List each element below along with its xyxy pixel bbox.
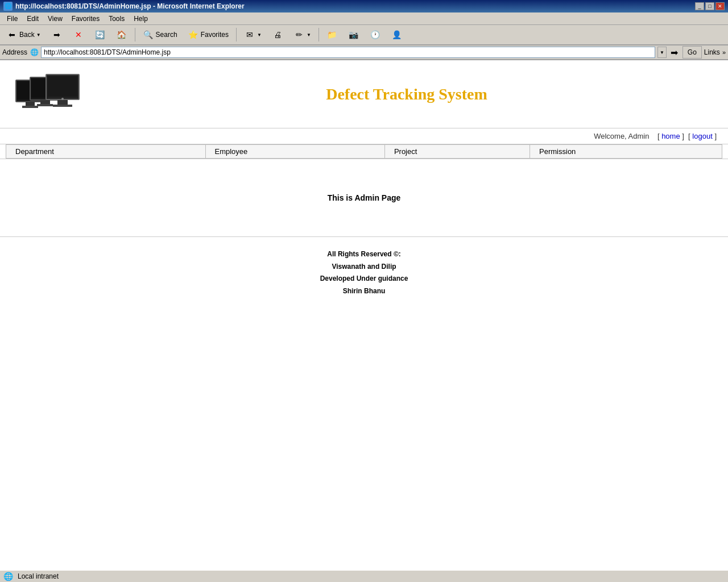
back-icon: ⬅ bbox=[6, 29, 18, 40]
history-icon: 🕐 bbox=[370, 29, 381, 40]
menu-view[interactable]: View bbox=[43, 14, 67, 24]
svg-rect-6 bbox=[40, 100, 50, 105]
welcome-bar: Welcome, Admin [ home ] [ logout ] bbox=[0, 128, 728, 144]
address-bar: Address 🌐 ▼ ➡ Go Links » bbox=[0, 45, 728, 60]
menu-edit[interactable]: Edit bbox=[22, 14, 43, 24]
monitor-group-svg bbox=[13, 69, 96, 120]
menu-bar: File Edit View Favorites Tools Help bbox=[0, 13, 728, 25]
maximize-button[interactable]: □ bbox=[705, 2, 714, 10]
content-area[interactable]: Defect Tracking System Welcome, Admin [ … bbox=[0, 60, 728, 568]
menu-tools[interactable]: Tools bbox=[104, 14, 129, 24]
svg-rect-7 bbox=[37, 104, 53, 106]
toolbar: ⬅ Back ▼ ➡ ✕ 🔄 🏠 🔍 Search ⭐ Favorites ✉ … bbox=[0, 25, 728, 45]
svg-rect-3 bbox=[22, 106, 38, 108]
menu-favorites[interactable]: Favorites bbox=[67, 14, 104, 24]
forward-icon: ➡ bbox=[51, 29, 63, 40]
folder-button[interactable]: 📁 bbox=[322, 27, 342, 43]
app-title: Defect Tracking System bbox=[326, 85, 487, 103]
logout-link[interactable]: logout bbox=[692, 132, 712, 140]
stop-icon: ✕ bbox=[73, 29, 84, 40]
window-title: http://localhost:8081/DTS/AdminHome.jsp … bbox=[15, 2, 245, 10]
back-dropdown-icon[interactable]: ▼ bbox=[36, 32, 41, 38]
nav-employee[interactable]: Employee bbox=[205, 145, 384, 159]
edit-dropdown-icon[interactable]: ▼ bbox=[307, 32, 311, 38]
footer-line2: Viswanath and Dilip bbox=[11, 261, 717, 273]
mail-button[interactable]: ✉ ▼ bbox=[240, 27, 266, 43]
page-wrapper: Defect Tracking System Welcome, Admin [ … bbox=[0, 60, 728, 568]
close-button[interactable]: ✕ bbox=[715, 2, 725, 10]
home-button[interactable]: 🏠 bbox=[112, 27, 131, 43]
address-input[interactable] bbox=[41, 47, 655, 58]
print-icon: 🖨 bbox=[272, 29, 283, 40]
footer-line3: Developed Under guidance bbox=[11, 273, 717, 285]
folder-icon: 📁 bbox=[326, 29, 338, 40]
mail-icon: ✉ bbox=[244, 29, 255, 40]
edit-button[interactable]: ✏ ▼ bbox=[289, 27, 315, 43]
svg-rect-9 bbox=[48, 76, 77, 97]
app-icon: 🌐 bbox=[3, 2, 13, 11]
home-icon: 🏠 bbox=[116, 29, 127, 40]
address-dropdown[interactable]: ▼ bbox=[657, 47, 667, 58]
nav-department[interactable]: Department bbox=[6, 145, 206, 159]
print-button[interactable]: 🖨 bbox=[268, 27, 287, 43]
stop-button[interactable]: ✕ bbox=[69, 27, 88, 43]
nav-table-wrapper: Department Employee Project Permission bbox=[0, 144, 728, 159]
search-icon: 🔍 bbox=[143, 29, 154, 40]
toolbar-separator-1 bbox=[135, 28, 135, 41]
go-button[interactable]: Go bbox=[682, 46, 702, 59]
media-icon: 📷 bbox=[348, 29, 359, 40]
toolbar-separator-3 bbox=[318, 28, 319, 41]
media-button[interactable]: 📷 bbox=[344, 27, 363, 43]
forward-button[interactable]: ➡ bbox=[47, 27, 67, 43]
footer-line4: Shirin Bhanu bbox=[11, 285, 717, 298]
svg-rect-11 bbox=[57, 100, 68, 105]
search-button[interactable]: 🔍 Search bbox=[139, 27, 181, 43]
svg-point-10 bbox=[61, 98, 64, 100]
refresh-button[interactable]: 🔄 bbox=[90, 27, 110, 43]
minimize-button[interactable]: _ bbox=[695, 2, 704, 10]
edit-icon: ✏ bbox=[293, 29, 305, 40]
svg-rect-2 bbox=[26, 102, 35, 106]
favorites-button[interactable]: ⭐ Favorites bbox=[184, 27, 233, 43]
refresh-icon: 🔄 bbox=[94, 29, 106, 40]
toolbar-separator-2 bbox=[236, 28, 237, 41]
footer-line1: All Rights Reserved ©: bbox=[11, 248, 717, 261]
main-content: This is Admin Page bbox=[0, 159, 728, 236]
links-expand-icon[interactable]: » bbox=[722, 49, 726, 56]
address-label: Address bbox=[2, 48, 27, 56]
admin-page-text: This is Admin Page bbox=[11, 193, 717, 202]
history-button[interactable]: 🕐 bbox=[366, 27, 385, 43]
nav-permission[interactable]: Permission bbox=[530, 145, 722, 159]
svg-rect-12 bbox=[53, 105, 72, 107]
welcome-text: Welcome, Admin bbox=[594, 132, 649, 140]
messenger-icon: 👤 bbox=[391, 29, 403, 40]
mail-dropdown-icon[interactable]: ▼ bbox=[257, 32, 262, 38]
menu-file[interactable]: File bbox=[2, 14, 22, 24]
nav-project[interactable]: Project bbox=[384, 145, 530, 159]
title-bar: 🌐 http://localhost:8081/DTS/AdminHome.js… bbox=[0, 0, 728, 13]
header-title-area: Defect Tracking System bbox=[97, 85, 717, 103]
nav-table: Department Employee Project Permission bbox=[6, 144, 722, 159]
favorites-icon: ⭐ bbox=[188, 29, 199, 40]
page-header: Defect Tracking System bbox=[0, 60, 728, 128]
page-icon: 🌐 bbox=[30, 48, 39, 57]
page-footer: All Rights Reserved ©: Viswanath and Dil… bbox=[0, 236, 728, 309]
back-button[interactable]: ⬅ Back ▼ bbox=[2, 27, 45, 43]
browser-body: Defect Tracking System Welcome, Admin [ … bbox=[0, 60, 728, 568]
header-logo bbox=[11, 69, 97, 120]
links-button[interactable]: Links bbox=[704, 48, 720, 56]
go-icon: ➡ bbox=[669, 47, 680, 58]
messenger-button[interactable]: 👤 bbox=[387, 27, 407, 43]
menu-help[interactable]: Help bbox=[129, 14, 152, 24]
home-link[interactable]: home bbox=[661, 132, 680, 140]
